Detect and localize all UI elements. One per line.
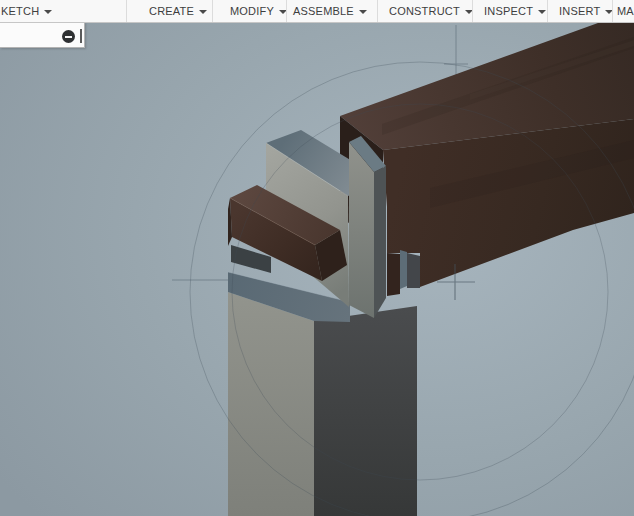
menu-construct[interactable]: CONSTRUCT (389, 0, 473, 22)
expression-input[interactable] (0, 22, 85, 48)
tenon-prong[interactable] (349, 136, 386, 318)
toolbar-separator (612, 0, 613, 22)
menu-inspect-label: INSPECT (484, 5, 533, 17)
beam-tenon-strip (387, 253, 400, 296)
menu-insert-label: INSERT (559, 5, 600, 17)
menu-make[interactable]: MA (617, 0, 634, 22)
menu-modify-label: MODIFY (230, 5, 274, 17)
post-light-face[interactable] (228, 292, 314, 516)
toolbar-separator (547, 0, 548, 22)
menu-sketch[interactable]: KETCH (1, 0, 52, 22)
menu-make-label: MA (617, 5, 634, 17)
menu-inspect[interactable]: INSPECT (484, 0, 546, 22)
menu-sketch-label: KETCH (1, 5, 39, 17)
toolbar-separator (126, 0, 127, 22)
menu-assemble-label: ASSEMBLE (293, 5, 354, 17)
menu-insert[interactable]: INSERT (559, 0, 613, 22)
toolbar-separator (286, 0, 287, 22)
chevron-down-icon (199, 10, 207, 14)
menu-create[interactable]: CREATE (149, 0, 207, 22)
model-viewport[interactable] (0, 22, 634, 516)
chevron-down-icon (44, 10, 52, 14)
menu-construct-label: CONSTRUCT (389, 5, 460, 17)
tenon-front-face[interactable] (349, 142, 374, 318)
circle-minus-icon[interactable] (62, 30, 75, 43)
chevron-down-icon (538, 10, 546, 14)
toolbar-separator (472, 0, 473, 22)
post-edge-sliver (407, 253, 420, 288)
menu-toolbar: KETCH CREATE MODIFY ASSEMBLE CONSTRUCT I… (0, 0, 634, 23)
post-dark-face[interactable] (314, 306, 417, 516)
text-cursor (80, 29, 82, 43)
menu-create-label: CREATE (149, 5, 194, 17)
menu-modify[interactable]: MODIFY (230, 0, 287, 22)
tenon-side-face[interactable] (374, 166, 386, 318)
shoulder-sliver (400, 250, 407, 289)
toolbar-separator (377, 0, 378, 22)
toolbar-separator (212, 0, 213, 22)
chevron-down-icon (359, 10, 367, 14)
menu-assemble[interactable]: ASSEMBLE (293, 0, 367, 22)
